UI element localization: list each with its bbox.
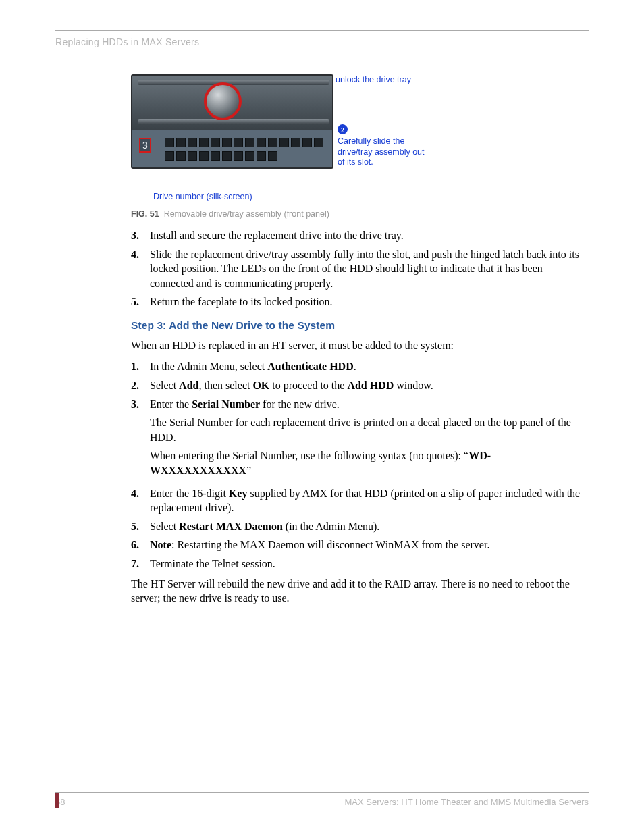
badge-2-icon: 2 — [338, 124, 348, 134]
step-list-b: 1. In the Admin Menu, select Authenticat… — [131, 359, 589, 571]
step-number: 1. — [131, 359, 150, 374]
callout-2-text: Carefully slide the drive/tray assembly … — [338, 136, 425, 168]
step-number: 3. — [131, 228, 150, 243]
page-footer: 58 MAX Servers: HT Home Theater and MMS … — [55, 792, 589, 807]
footer-line: 58 MAX Servers: HT Home Theater and MMS … — [55, 792, 589, 807]
step-number: 5. — [131, 294, 150, 309]
step-text: In the Admin Menu, select Authenticate H… — [150, 359, 589, 374]
list-item: 3. Enter the Serial Number for the new d… — [131, 397, 589, 482]
step-number: 6. — [131, 538, 150, 552]
vent-grill-icon — [165, 138, 330, 163]
step-number: 7. — [131, 556, 150, 571]
step-text: Enter the 16-digit Key supplied by AMX f… — [150, 486, 589, 515]
step-text: Install and secure the replacement drive… — [150, 228, 589, 243]
figure-caption: FIG. 51 Removable drive/tray assembly (f… — [131, 209, 589, 219]
list-item: 7. Terminate the Telnet session. — [131, 556, 589, 571]
step-text: Select Add, then select OK to proceed to… — [150, 378, 589, 393]
list-item: 5. Select Restart MAX Daemon (in the Adm… — [131, 519, 589, 534]
leader-line-icon — [144, 197, 152, 197]
step-text: Terminate the Telnet session. — [150, 556, 589, 571]
list-item: 2. Select Add, then select OK to proceed… — [131, 378, 589, 393]
page-header: Replacing HDDs in MAX Servers — [55, 30, 589, 47]
list-item: 5. Return the faceplate to its locked po… — [131, 294, 589, 309]
step-text: Return the faceplate to its locked posit… — [150, 294, 589, 309]
body-content: 3. Install and secure the replacement dr… — [131, 228, 589, 606]
step-number: 4. — [131, 247, 150, 291]
step-number: 5. — [131, 519, 150, 534]
leader-line-icon — [144, 187, 144, 197]
footer-tab-icon — [55, 793, 59, 808]
figure-label: FIG. 51 — [131, 209, 159, 219]
list-item: 1. In the Admin Menu, select Authenticat… — [131, 359, 589, 374]
list-item: 6. Note: Restarting the MAX Daemon will … — [131, 538, 589, 552]
step-text: Select Restart MAX Daemon (in the Admin … — [150, 519, 589, 534]
step-number: 2. — [131, 378, 150, 393]
footer-doc-title: MAX Servers: HT Home Theater and MMS Mul… — [345, 797, 589, 807]
page: Replacing HDDs in MAX Servers 1 Pull the… — [0, 0, 644, 834]
step-text: Slide the replacement drive/tray assembl… — [150, 247, 589, 291]
list-item: 4. Slide the replacement drive/tray asse… — [131, 247, 589, 291]
closing-paragraph: The HT Server will rebuild the new drive… — [131, 577, 589, 606]
step-number: 3. — [131, 397, 150, 482]
step-text: Note: Restarting the MAX Daemon will dis… — [150, 538, 589, 552]
header-title: Replacing HDDs in MAX Servers — [55, 36, 589, 47]
list-item: 3. Install and secure the replacement dr… — [131, 228, 589, 243]
drive-tray-illustration: 3 — [131, 74, 333, 169]
list-item: 4. Enter the 16-digit Key supplied by AM… — [131, 486, 589, 515]
step-text: Enter the Serial Number for the new driv… — [150, 397, 589, 482]
tray-top — [132, 76, 333, 130]
figure-caption-text: Removable drive/tray assembly (front pan… — [164, 209, 329, 219]
figure-area: 1 Pull the latch forward to unlock the d… — [131, 74, 482, 169]
step-number: 4. — [131, 486, 150, 515]
callout-3-text: Drive number (silk-screen) — [153, 192, 252, 201]
latch-circle-icon — [204, 82, 242, 120]
intro-paragraph: When an HDD is replaced in an HT server,… — [131, 338, 589, 353]
drive-number-box: 3 — [139, 138, 151, 153]
section-heading: Step 3: Add the New Drive to the System — [131, 319, 589, 333]
step-list-a: 3. Install and secure the replacement dr… — [131, 228, 589, 309]
